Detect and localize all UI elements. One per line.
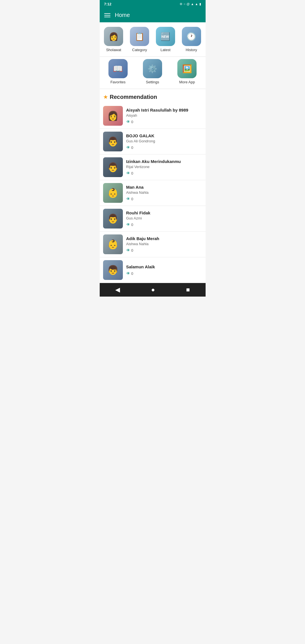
item-title-4: Rouhi Fidak: [126, 210, 202, 215]
recent-apps-button[interactable]: ■: [180, 284, 195, 296]
circle-status-icon: ○: [184, 2, 186, 6]
status-icons: ⚙ ○ @ ▲ ▲ ▮: [180, 2, 201, 6]
eye-icon-3: 👁: [126, 197, 130, 201]
recommendation-section-header: ★ Recommendation: [100, 89, 206, 103]
item-thumbnail-2: 👨: [103, 157, 123, 177]
item-views-1: 👁 0: [126, 145, 202, 150]
item-title-2: Izinkan Aku Merindukanmu: [126, 159, 202, 164]
list-item[interactable]: 👶 Adik Baju Merah Aishwa Nahla 👁 0: [100, 232, 206, 257]
list-item[interactable]: 👶 Man Ana Aishwa Nahla 👁 0: [100, 180, 206, 206]
list-item[interactable]: 👨 Rouhi Fidak Gus Azmi 👁 0: [100, 206, 206, 232]
signal-icon: ▲: [195, 2, 198, 6]
item-views-3: 👁 0: [126, 197, 202, 201]
item-views-2: 👁 0: [126, 171, 202, 175]
list-item[interactable]: 👩 Aisyah Istri Rasulullah by 8989 Aisyah…: [100, 103, 206, 129]
status-bar: 7:12 ⚙ ○ @ ▲ ▲ ▮: [100, 0, 206, 8]
settings-icon: ⚙️: [143, 59, 162, 78]
view-count-2: 0: [131, 171, 133, 175]
favorites-label: Favorites: [110, 80, 125, 84]
item-artist-3: Aishwa Nahla: [126, 190, 202, 195]
menu-item-latest[interactable]: 🆕 Latest: [154, 27, 177, 52]
eye-icon-0: 👁: [126, 119, 130, 124]
menu-item-settings[interactable]: ⚙️ Settings: [136, 59, 169, 84]
latest-icon: 🆕: [156, 27, 175, 46]
status-time: 7:12: [104, 2, 112, 6]
item-title-6: Salamun Alaik: [126, 264, 202, 269]
view-count-4: 0: [131, 223, 133, 227]
recommendation-list: 👩 Aisyah Istri Rasulullah by 8989 Aisyah…: [100, 103, 206, 283]
settings-label: Settings: [146, 80, 159, 84]
battery-icon: ▮: [199, 2, 201, 6]
item-info-6: Salamun Alaik 👁 0: [126, 264, 202, 276]
category-icon: 📋: [130, 27, 149, 46]
item-info-4: Rouhi Fidak Gus Azmi 👁 0: [126, 210, 202, 227]
menu-item-history[interactable]: 🕐 History: [180, 27, 203, 52]
item-info-5: Adik Baju Merah Aishwa Nahla 👁 0: [126, 236, 202, 253]
sholawat-icon: 👩: [104, 27, 123, 46]
moreapp-icon: 🖼️: [177, 59, 197, 78]
item-views-6: 👁 0: [126, 271, 202, 276]
item-info-2: Izinkan Aku Merindukanmu Rijal Vertizone…: [126, 159, 202, 175]
item-thumbnail-0: 👩: [103, 106, 123, 126]
navigation-bar: ◀ ● ■: [100, 283, 206, 297]
item-thumbnail-4: 👨: [103, 209, 123, 229]
view-count-6: 0: [131, 271, 133, 276]
item-title-3: Man Ana: [126, 185, 202, 190]
settings-status-icon: ⚙: [180, 2, 182, 6]
item-views-5: 👁 0: [126, 248, 202, 253]
list-item[interactable]: 👨 Izinkan Aku Merindukanmu Rijal Vertizo…: [100, 155, 206, 180]
view-count-5: 0: [131, 248, 133, 253]
item-artist-4: Gus Azmi: [126, 216, 202, 220]
view-count-0: 0: [131, 120, 133, 124]
menu-row-1: 👩 Sholawat 📋 Category 🆕 Latest 🕐 History: [100, 22, 206, 57]
history-label: History: [186, 48, 197, 52]
item-title-0: Aisyah Istri Rasulullah by 8989: [126, 108, 202, 112]
item-info-0: Aisyah Istri Rasulullah by 8989 Aisyah 👁…: [126, 108, 202, 124]
category-label: Category: [132, 48, 147, 52]
wifi-icon: ▲: [191, 2, 194, 6]
menu-item-favorites[interactable]: 📖 Favorites: [102, 59, 134, 84]
favorites-icon: 📖: [108, 59, 128, 78]
star-icon: ★: [103, 93, 108, 100]
item-artist-0: Aisyah: [126, 113, 202, 118]
item-title-5: Adik Baju Merah: [126, 236, 202, 241]
menu-row-2: 📖 Favorites ⚙️ Settings 🖼️ More App: [100, 57, 206, 89]
item-thumbnail-3: 👶: [103, 183, 123, 203]
item-info-3: Man Ana Aishwa Nahla 👁 0: [126, 185, 202, 201]
at-status-icon: @: [187, 2, 190, 6]
eye-icon-1: 👁: [126, 145, 130, 150]
sholawat-label: Sholawat: [106, 48, 121, 52]
menu-item-category[interactable]: 📋 Category: [128, 27, 151, 52]
list-item[interactable]: 👨 BOJO GALAK Gus Ali Gondrong 👁 0: [100, 129, 206, 155]
app-header: Home: [100, 8, 206, 22]
view-count-3: 0: [131, 197, 133, 201]
hamburger-menu-button[interactable]: [104, 13, 110, 17]
recommendation-title: Recommendation: [110, 94, 157, 100]
list-item[interactable]: 👦 Salamun Alaik 👁 0: [100, 257, 206, 283]
item-title-1: BOJO GALAK: [126, 133, 202, 138]
moreapp-label: More App: [179, 80, 195, 84]
latest-label: Latest: [160, 48, 170, 52]
eye-icon-5: 👁: [126, 248, 130, 253]
item-artist-2: Rijal Vertizone: [126, 165, 202, 169]
item-thumbnail-5: 👶: [103, 234, 123, 254]
menu-item-moreapp[interactable]: 🖼️ More App: [171, 59, 203, 84]
page-title: Home: [115, 12, 130, 18]
menu-item-sholawat[interactable]: 👩 Sholawat: [102, 27, 126, 52]
history-icon: 🕐: [182, 27, 201, 46]
item-views-4: 👁 0: [126, 222, 202, 227]
eye-icon-4: 👁: [126, 222, 130, 227]
back-button[interactable]: ◀: [110, 284, 126, 296]
view-count-1: 0: [131, 145, 133, 150]
eye-icon-2: 👁: [126, 171, 130, 175]
item-artist-5: Aishwa Nahla: [126, 242, 202, 246]
item-info-1: BOJO GALAK Gus Ali Gondrong 👁 0: [126, 133, 202, 150]
item-thumbnail-6: 👦: [103, 260, 123, 280]
eye-icon-6: 👁: [126, 271, 130, 276]
item-artist-1: Gus Ali Gondrong: [126, 139, 202, 143]
item-views-0: 👁 0: [126, 119, 202, 124]
item-thumbnail-1: 👨: [103, 132, 123, 151]
home-button[interactable]: ●: [145, 284, 160, 296]
